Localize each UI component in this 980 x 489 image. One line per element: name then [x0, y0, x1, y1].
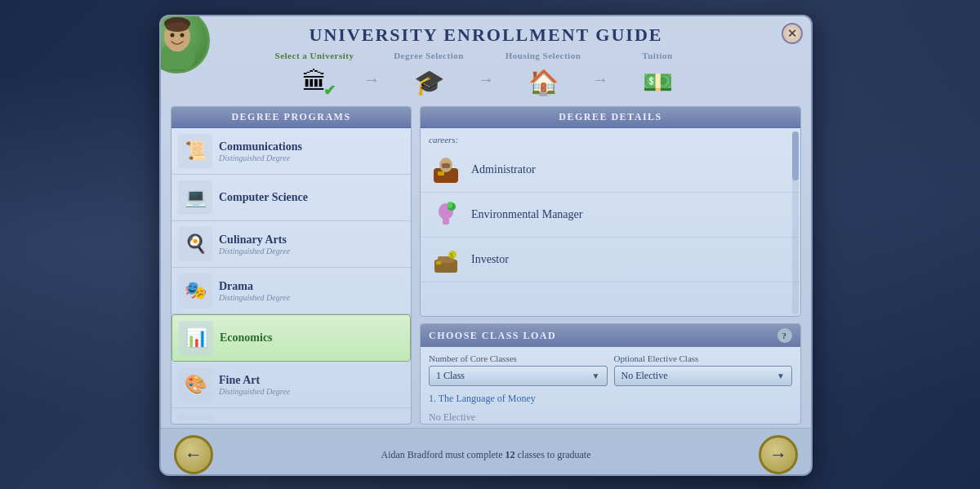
fine-art-icon: 🎨 [178, 367, 212, 402]
degree-economics[interactable]: 📊 Economics [172, 314, 411, 362]
economics-icon: 📊 [179, 321, 213, 355]
fine-art-name: Fine Art [219, 374, 404, 387]
careers-scrollbar-thumb[interactable] [792, 131, 799, 180]
elective-group: Optional Elective Class No Elective ▼ [614, 353, 793, 386]
degree-drama[interactable]: 🎭 Drama Distinguished Degree [172, 268, 411, 314]
careers-scrollbar-track [792, 131, 799, 314]
careers-label: careers: [421, 128, 800, 148]
svg-point-14 [448, 202, 452, 208]
class-load-panel: Choose Class Load ? Number of Core Class… [420, 323, 801, 425]
close-button[interactable]: ✕ [782, 23, 803, 44]
economics-name: Economics [220, 331, 403, 345]
investor-icon: $ [429, 242, 463, 277]
degree-details-panel: Degree Details careers: Administrator [420, 106, 801, 317]
back-arrow: ← [185, 444, 203, 465]
svg-rect-12 [443, 216, 449, 224]
core-classes-list: 1. The Language of Money [421, 389, 800, 411]
elective-dropdown[interactable]: No Elective ▼ [614, 366, 793, 386]
bottom-bar: ← Aidan Bradford must complete 12 classe… [161, 428, 811, 476]
help-button[interactable]: ? [777, 328, 792, 343]
dropdowns-row: Number of Core Classes 1 Class ▼ Optiona… [421, 347, 800, 389]
step-3-label: Housing Selection [506, 51, 581, 60]
arrow-3: → [592, 51, 608, 89]
degree-computer-science[interactable]: 💻 Computer Science [172, 175, 411, 221]
core-classes-label: Number of Core Classes [429, 353, 608, 363]
core-dropdown-arrow: ▼ [592, 371, 600, 380]
culinary-arts-icon: 🍳 [178, 227, 212, 261]
content-area: Degree Programs 📜 Communications Disting… [171, 106, 801, 425]
environmental-manager-icon [429, 198, 463, 232]
computer-science-icon: 💻 [178, 180, 212, 215]
elective-note: No Elective [421, 411, 800, 424]
elective-label: Optional Elective Class [614, 353, 793, 363]
grad-text-prefix: Aidan Bradford must complete [381, 449, 506, 460]
step-4-label: Tuition [642, 51, 672, 60]
culinary-arts-sub: Distinguished Degree [219, 247, 404, 256]
communications-sub: Distinguished Degree [219, 153, 404, 162]
step-4-icon: 💵 [638, 64, 677, 100]
degree-history[interactable]: 📚 History [172, 408, 411, 420]
step-1-icon: 🏛 ✔ [295, 64, 334, 100]
back-button[interactable]: ← [174, 435, 213, 474]
class-load-header: Choose Class Load ? [421, 324, 800, 347]
step-tuition[interactable]: Tuition 💵 [608, 51, 706, 100]
career-administrator: Administrator [421, 148, 800, 193]
core-class-1: 1. The Language of Money [429, 393, 536, 404]
investor-name: Investor [471, 253, 509, 266]
right-panel: Degree Details careers: Administrator [420, 106, 801, 425]
degree-programs-panel: Degree Programs 📜 Communications Disting… [171, 106, 412, 425]
degree-communications[interactable]: 📜 Communications Distinguished Degree [172, 128, 411, 175]
step-1-label: Select a University [275, 51, 354, 60]
communications-name: Communications [219, 140, 404, 153]
svg-rect-10 [442, 163, 450, 168]
svg-rect-8 [438, 171, 444, 176]
career-environmental-manager: Environmental Manager [421, 193, 800, 238]
svg-text:$: $ [450, 252, 453, 260]
history-icon: 📚 [178, 414, 212, 420]
forward-button[interactable]: → [759, 435, 798, 474]
culinary-arts-name: Culinary Arts [219, 233, 404, 247]
drama-sub: Distinguished Degree [219, 293, 404, 302]
communications-icon: 📜 [178, 134, 212, 168]
degree-programs-header: Degree Programs [172, 107, 411, 128]
drama-name: Drama [219, 280, 404, 293]
step-3-icon: 🏠 [523, 64, 563, 100]
step-housing-selection[interactable]: Housing Selection 🏠 [494, 51, 592, 100]
class-load-title: Choose Class Load [429, 330, 556, 342]
elective-dropdown-arrow: ▼ [777, 371, 785, 380]
graduation-note: Aidan Bradford must complete 12 classes … [213, 449, 759, 461]
forward-arrow: → [769, 444, 787, 465]
step-select-university[interactable]: Select a University 🏛 ✔ [265, 51, 363, 100]
modal-header: University Enrollment Guide ✕ [161, 16, 811, 46]
core-classes-value: 1 Class [436, 370, 465, 382]
step-1-check: ✔ [323, 82, 336, 100]
step-degree-selection[interactable]: Degree Selection 🎓 [380, 51, 478, 100]
administrator-icon [429, 153, 463, 187]
core-classes-group: Number of Core Classes 1 Class ▼ [429, 353, 608, 386]
elective-value: No Elective [621, 370, 668, 382]
svg-rect-17 [436, 261, 441, 265]
arrow-2: → [478, 51, 494, 89]
step-2-icon: 🎓 [409, 64, 448, 100]
core-classes-dropdown[interactable]: 1 Class ▼ [429, 366, 608, 386]
enrollment-modal: University Enrollment Guide ✕ Select a U… [159, 15, 813, 476]
steps-row: Select a University 🏛 ✔ → Degree Selecti… [161, 46, 811, 106]
career-investor: $ Investor [421, 238, 800, 282]
fine-art-sub: Distinguished Degree [219, 387, 404, 396]
grad-number: 12 [506, 449, 515, 460]
drama-icon: 🎭 [178, 273, 212, 308]
environmental-manager-name: Environmental Manager [471, 208, 582, 221]
degree-details-header: Degree Details [421, 107, 800, 128]
step-2-label: Degree Selection [394, 51, 464, 60]
modal-title: University Enrollment Guide [177, 24, 795, 46]
computer-science-name: Computer Science [219, 191, 404, 204]
arrow-1: → [363, 51, 380, 89]
degree-list: 📜 Communications Distinguished Degree 💻 … [172, 128, 411, 420]
grad-text-suffix: classes to graduate [518, 449, 591, 460]
administrator-name: Administrator [471, 163, 536, 176]
degree-fine-art[interactable]: 🎨 Fine Art Distinguished Degree [172, 362, 411, 408]
degree-culinary-arts[interactable]: 🍳 Culinary Arts Distinguished Degree [172, 221, 411, 268]
